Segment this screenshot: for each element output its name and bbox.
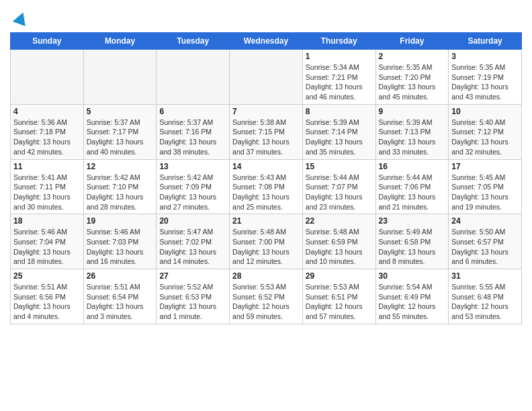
calendar-cell: 22Sunrise: 5:48 AM Sunset: 6:59 PM Dayli… <box>302 214 375 269</box>
day-info: Sunrise: 5:42 AM Sunset: 7:09 PM Dayligh… <box>159 173 226 212</box>
calendar-cell: 30Sunrise: 5:54 AM Sunset: 6:49 PM Dayli… <box>375 269 449 324</box>
day-number: 29 <box>306 271 373 281</box>
day-info: Sunrise: 5:55 AM Sunset: 6:48 PM Dayligh… <box>451 282 519 322</box>
calendar-week-row: 1Sunrise: 5:34 AM Sunset: 7:21 PM Daylig… <box>11 50 522 105</box>
calendar-cell: 28Sunrise: 5:53 AM Sunset: 6:52 PM Dayli… <box>230 269 303 324</box>
day-info: Sunrise: 5:36 AM Sunset: 7:18 PM Dayligh… <box>13 118 81 157</box>
day-info: Sunrise: 5:44 AM Sunset: 7:06 PM Dayligh… <box>379 173 446 212</box>
day-number: 27 <box>159 271 226 281</box>
calendar-cell: 7Sunrise: 5:38 AM Sunset: 7:15 PM Daylig… <box>230 104 303 159</box>
day-of-week-header: Tuesday <box>157 33 230 50</box>
day-info: Sunrise: 5:48 AM Sunset: 6:59 PM Dayligh… <box>306 227 373 267</box>
calendar-cell: 23Sunrise: 5:49 AM Sunset: 6:58 PM Dayli… <box>375 214 449 269</box>
day-number: 30 <box>379 271 446 281</box>
calendar-table: SundayMondayTuesdayWednesdayThursdayFrid… <box>10 32 522 324</box>
day-info: Sunrise: 5:52 AM Sunset: 6:53 PM Dayligh… <box>159 282 226 322</box>
calendar-cell: 18Sunrise: 5:46 AM Sunset: 7:04 PM Dayli… <box>11 214 84 269</box>
day-number: 24 <box>451 216 519 226</box>
day-info: Sunrise: 5:35 AM Sunset: 7:19 PM Dayligh… <box>451 62 519 102</box>
calendar-cell: 11Sunrise: 5:41 AM Sunset: 7:11 PM Dayli… <box>11 159 84 214</box>
day-number: 18 <box>13 216 81 226</box>
calendar-cell: 3Sunrise: 5:35 AM Sunset: 7:19 PM Daylig… <box>449 50 522 105</box>
day-number: 4 <box>13 107 81 116</box>
day-info: Sunrise: 5:51 AM Sunset: 6:56 PM Dayligh… <box>13 282 81 322</box>
day-info: Sunrise: 5:38 AM Sunset: 7:15 PM Dayligh… <box>232 118 300 157</box>
day-info: Sunrise: 5:53 AM Sunset: 6:52 PM Dayligh… <box>232 282 300 322</box>
calendar-cell: 26Sunrise: 5:51 AM Sunset: 6:54 PM Dayli… <box>83 269 157 324</box>
day-number: 11 <box>13 162 81 171</box>
day-number: 5 <box>87 107 154 116</box>
calendar-cell: 1Sunrise: 5:34 AM Sunset: 7:21 PM Daylig… <box>302 50 375 105</box>
calendar-cell: 17Sunrise: 5:45 AM Sunset: 7:05 PM Dayli… <box>449 159 522 214</box>
day-number: 12 <box>87 162 154 171</box>
day-of-week-header: Monday <box>83 33 157 50</box>
day-info: Sunrise: 5:49 AM Sunset: 6:58 PM Dayligh… <box>379 227 446 267</box>
day-info: Sunrise: 5:54 AM Sunset: 6:49 PM Dayligh… <box>379 282 446 322</box>
day-number: 13 <box>159 162 226 171</box>
day-of-week-header: Thursday <box>302 33 375 50</box>
calendar-cell: 2Sunrise: 5:35 AM Sunset: 7:20 PM Daylig… <box>375 50 449 105</box>
day-info: Sunrise: 5:45 AM Sunset: 7:05 PM Dayligh… <box>451 173 519 212</box>
day-info: Sunrise: 5:53 AM Sunset: 6:51 PM Dayligh… <box>306 282 373 322</box>
logo-arrow-icon <box>11 9 30 28</box>
calendar-cell: 8Sunrise: 5:39 AM Sunset: 7:14 PM Daylig… <box>302 104 375 159</box>
day-info: Sunrise: 5:40 AM Sunset: 7:12 PM Dayligh… <box>451 118 519 157</box>
calendar-cell: 21Sunrise: 5:48 AM Sunset: 7:00 PM Dayli… <box>230 214 303 269</box>
day-number: 9 <box>379 107 446 116</box>
page-header <box>10 7 522 28</box>
day-number: 10 <box>451 107 519 116</box>
day-number: 19 <box>87 216 154 226</box>
day-of-week-header: Wednesday <box>230 33 303 50</box>
day-info: Sunrise: 5:39 AM Sunset: 7:14 PM Dayligh… <box>306 118 373 157</box>
day-info: Sunrise: 5:34 AM Sunset: 7:21 PM Dayligh… <box>306 62 373 102</box>
day-number: 3 <box>451 52 519 61</box>
day-info: Sunrise: 5:46 AM Sunset: 7:04 PM Dayligh… <box>13 227 81 267</box>
calendar-cell: 5Sunrise: 5:37 AM Sunset: 7:17 PM Daylig… <box>83 104 157 159</box>
day-info: Sunrise: 5:37 AM Sunset: 7:17 PM Dayligh… <box>87 118 154 157</box>
calendar-cell: 29Sunrise: 5:53 AM Sunset: 6:51 PM Dayli… <box>302 269 375 324</box>
day-number: 20 <box>159 216 226 226</box>
day-info: Sunrise: 5:42 AM Sunset: 7:10 PM Dayligh… <box>87 173 154 212</box>
day-number: 16 <box>379 162 446 171</box>
day-of-week-header: Saturday <box>449 33 522 50</box>
calendar-cell: 25Sunrise: 5:51 AM Sunset: 6:56 PM Dayli… <box>11 269 84 324</box>
day-number: 26 <box>87 271 154 281</box>
day-number: 14 <box>232 162 300 171</box>
calendar-cell: 14Sunrise: 5:43 AM Sunset: 7:08 PM Dayli… <box>230 159 303 214</box>
calendar-body: 1Sunrise: 5:34 AM Sunset: 7:21 PM Daylig… <box>11 50 522 324</box>
calendar-cell: 4Sunrise: 5:36 AM Sunset: 7:18 PM Daylig… <box>11 104 84 159</box>
day-info: Sunrise: 5:39 AM Sunset: 7:13 PM Dayligh… <box>379 118 446 157</box>
day-number: 23 <box>379 216 446 226</box>
calendar-cell <box>230 50 303 105</box>
day-number: 28 <box>232 271 300 281</box>
day-info: Sunrise: 5:37 AM Sunset: 7:16 PM Dayligh… <box>159 118 226 157</box>
calendar-cell: 16Sunrise: 5:44 AM Sunset: 7:06 PM Dayli… <box>375 159 449 214</box>
calendar-week-row: 25Sunrise: 5:51 AM Sunset: 6:56 PM Dayli… <box>11 269 522 324</box>
calendar-header-row: SundayMondayTuesdayWednesdayThursdayFrid… <box>11 33 522 50</box>
logo <box>10 7 30 28</box>
calendar-cell: 19Sunrise: 5:46 AM Sunset: 7:03 PM Dayli… <box>83 214 157 269</box>
calendar-cell: 24Sunrise: 5:50 AM Sunset: 6:57 PM Dayli… <box>449 214 522 269</box>
day-info: Sunrise: 5:47 AM Sunset: 7:02 PM Dayligh… <box>159 227 226 267</box>
calendar-cell: 27Sunrise: 5:52 AM Sunset: 6:53 PM Dayli… <box>157 269 230 324</box>
calendar-cell: 31Sunrise: 5:55 AM Sunset: 6:48 PM Dayli… <box>449 269 522 324</box>
calendar-week-row: 4Sunrise: 5:36 AM Sunset: 7:18 PM Daylig… <box>11 104 522 159</box>
day-number: 7 <box>232 107 300 116</box>
day-number: 8 <box>306 107 373 116</box>
calendar-cell <box>11 50 84 105</box>
day-of-week-header: Friday <box>375 33 449 50</box>
day-number: 15 <box>306 162 373 171</box>
calendar-cell: 12Sunrise: 5:42 AM Sunset: 7:10 PM Dayli… <box>83 159 157 214</box>
calendar-week-row: 11Sunrise: 5:41 AM Sunset: 7:11 PM Dayli… <box>11 159 522 214</box>
day-info: Sunrise: 5:48 AM Sunset: 7:00 PM Dayligh… <box>232 227 300 267</box>
day-info: Sunrise: 5:46 AM Sunset: 7:03 PM Dayligh… <box>87 227 154 267</box>
calendar-cell <box>157 50 230 105</box>
day-number: 17 <box>451 162 519 171</box>
day-number: 6 <box>159 107 226 116</box>
calendar-cell: 10Sunrise: 5:40 AM Sunset: 7:12 PM Dayli… <box>449 104 522 159</box>
calendar-cell: 15Sunrise: 5:44 AM Sunset: 7:07 PM Dayli… <box>302 159 375 214</box>
day-info: Sunrise: 5:35 AM Sunset: 7:20 PM Dayligh… <box>379 62 446 102</box>
day-info: Sunrise: 5:43 AM Sunset: 7:08 PM Dayligh… <box>232 173 300 212</box>
day-info: Sunrise: 5:44 AM Sunset: 7:07 PM Dayligh… <box>306 173 373 212</box>
calendar-cell: 20Sunrise: 5:47 AM Sunset: 7:02 PM Dayli… <box>157 214 230 269</box>
